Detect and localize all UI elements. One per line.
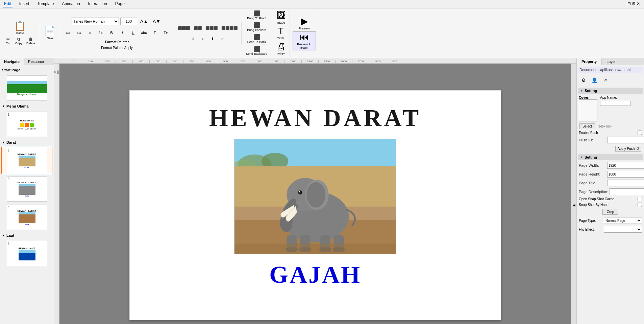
page-subtitle: GAJAH	[269, 261, 361, 289]
darat-header[interactable]: ▼ Darat	[1, 139, 52, 146]
crop-button[interactable]: Crop	[602, 209, 619, 215]
menu-template[interactable]: Template	[36, 1, 55, 7]
start-page-thumb[interactable]: Mengenal Hewan	[1, 74, 52, 102]
window-controls: ⊟ ⊠ ✕	[626, 1, 641, 7]
indent-right-btn[interactable]: ≡➡	[74, 28, 84, 38]
list-btn[interactable]: ≡	[85, 28, 95, 38]
font-size-input[interactable]	[120, 18, 137, 25]
page-height-input[interactable]	[607, 171, 644, 178]
navigate-tab[interactable]: Navigate	[0, 58, 24, 65]
apply-push-id-btn[interactable]: Apply Push ID	[615, 146, 641, 152]
font-group: Times New Roman A▲ A▼ ⬅≡ ≡➡ ≡ 1≡ B I U a…	[61, 15, 173, 51]
menu-interaction[interactable]: Interaction	[87, 1, 108, 7]
copy-button[interactable]: ⧉ Copy	[14, 36, 24, 46]
page-3-thumb[interactable]: 3 HEWAN DARAT RUSA	[1, 175, 52, 203]
italic-btn[interactable]: I	[118, 28, 127, 38]
numbering-btn[interactable]: 1≡	[96, 28, 105, 38]
align-left-btn[interactable]: ⬛⬛⬛	[176, 23, 192, 32]
print-button[interactable]: 🖨 Print+	[274, 41, 288, 56]
valign-top-btn[interactable]: ⬆	[188, 34, 198, 43]
text-color-btn[interactable]: T	[150, 28, 159, 38]
menu-animation[interactable]: Animation	[60, 1, 81, 7]
page-canvas[interactable]: HEWAN DARAT	[59, 64, 571, 324]
strikethrough-btn[interactable]: abc	[139, 28, 149, 38]
paste-button[interactable]: 📋 Paste	[12, 21, 28, 36]
send-backward-btn[interactable]: ⬛ Send Backward	[244, 45, 269, 56]
property-tab[interactable]: Property	[577, 58, 602, 65]
font-family-select[interactable]: Times New Roman	[72, 18, 119, 25]
align-justify-btn[interactable]: ⬛⬛⬛⬛	[220, 23, 239, 32]
settings-share-btn[interactable]: ↗	[600, 75, 610, 85]
image-button[interactable]: 🖼 Image	[274, 10, 288, 25]
cover-size-label: (360×480)	[598, 125, 612, 128]
setting-section-1[interactable]: ▼ Setting	[578, 88, 643, 94]
page-title-input[interactable]	[607, 180, 644, 186]
push-id-input[interactable]	[607, 137, 644, 143]
resource-tab[interactable]: Resource	[24, 58, 48, 65]
page-4-thumb[interactable]: 4 HEWAN DARAT KUDA	[1, 204, 52, 231]
right-panel-content: Document: aplikasi hewan.ahl ⚙ 👤 ↗ ▼ Set…	[577, 65, 644, 324]
text-style-btn[interactable]: T▾	[161, 28, 170, 38]
app-name-col: App Name:	[600, 96, 630, 106]
app-name-input[interactable]	[600, 101, 630, 106]
cut-button[interactable]: ✂ Cut	[3, 36, 13, 46]
preview-button[interactable]: ▶ Preview	[297, 16, 312, 31]
ruler-h-marks: 0 100 200 300 400 500 600 700 800 900 10…	[65, 60, 403, 63]
start-page-header: Start Page	[1, 67, 52, 73]
font-size-up-btn[interactable]: A▲	[139, 17, 150, 26]
new-button[interactable]: 📄 New	[42, 26, 58, 41]
menu-edit[interactable]: Edit	[3, 1, 13, 7]
page-type-select[interactable]: Normal Page	[604, 217, 642, 224]
svg-rect-21	[234, 244, 396, 254]
snap-shot-cache-checkbox[interactable]	[638, 197, 642, 201]
menu-insert[interactable]: Insert	[18, 1, 31, 7]
format-painter-label: Format Painter	[105, 40, 129, 44]
format-painter-apply-label: Format Painter Apply	[101, 46, 132, 50]
snap-shot-hand-checkbox[interactable]	[638, 203, 642, 207]
page-5-thumb[interactable]: 5 HEWAN LAUT	[1, 240, 52, 267]
enable-push-row: Enable Push	[578, 130, 643, 136]
underline-btn[interactable]: U	[128, 28, 138, 38]
new-icon: 📄	[44, 26, 56, 36]
page-width-input[interactable]	[607, 162, 644, 169]
settings-gear-btn[interactable]: ⚙	[579, 75, 588, 85]
settings-account-btn[interactable]: 👤	[590, 75, 599, 85]
cover-label: Cover:	[579, 96, 590, 99]
svg-point-10	[306, 182, 325, 208]
layer-tab[interactable]: Layer	[602, 58, 621, 65]
valign-bot-btn[interactable]: ⬇	[208, 34, 217, 43]
canvas-content: 0 100 200 300 400 500 600 700 800 HEWAN …	[54, 64, 576, 324]
page-width-row: Page Width:	[578, 161, 643, 170]
align-right-btn[interactable]: ⬛⬛⬛	[204, 23, 219, 32]
bring-to-front-btn[interactable]: ⬛ Bring To Front	[245, 10, 268, 21]
menu-utama-header[interactable]: ▼ Menu Utama	[1, 103, 52, 110]
text-button[interactable]: T Text+	[275, 26, 287, 41]
bring-forward-icon: ⬛	[253, 23, 260, 28]
elephant-image[interactable]	[234, 139, 396, 254]
bring-forward-btn[interactable]: ⬛ Bring Forward	[245, 22, 268, 33]
delete-button[interactable]: 🗑 Delete	[25, 36, 37, 46]
right-panel-collapse[interactable]: ◀	[571, 64, 576, 324]
valign-mid-btn[interactable]: ↕	[198, 34, 207, 43]
menu-page[interactable]: Page	[114, 1, 126, 7]
snap-shot-cache-label: Open Snap Shot Cache	[579, 197, 636, 201]
send-backward-icon: ⬛	[253, 46, 260, 52]
font-size-down-btn[interactable]: A▼	[151, 17, 162, 26]
copy-icon: ⧉	[17, 37, 20, 41]
laut-header[interactable]: ▼ Laut	[1, 232, 52, 239]
page-1-thumb[interactable]: 1 MENU UTAMA DARAT LAUT UDARA	[1, 111, 52, 138]
document-row: Document: aplikasi hewan.ahl	[578, 67, 643, 73]
page-desc-input[interactable]	[610, 188, 644, 195]
enable-push-checkbox[interactable]	[638, 131, 642, 135]
flip-effect-select[interactable]	[604, 226, 642, 233]
preview-group: ▶ Preview ⏮ Preview At Begin	[291, 15, 318, 51]
bold-btn[interactable]: B	[107, 28, 116, 38]
text-orient-btn[interactable]: ↗	[218, 34, 227, 43]
select-cover-btn[interactable]: Select	[579, 123, 595, 129]
page-2-thumb[interactable]: 2 HEWAN DARAT GAJAH	[1, 147, 52, 174]
preview-at-begin-button[interactable]: ⏮ Preview At Begin	[293, 31, 316, 50]
indent-left-btn[interactable]: ⬅≡	[64, 28, 73, 38]
setting-section-2[interactable]: ▼ Setting	[578, 154, 643, 160]
send-to-back-btn[interactable]: ⬛ Send To Back	[246, 33, 268, 45]
align-center-btn[interactable]: ⬛⬛	[192, 23, 203, 32]
